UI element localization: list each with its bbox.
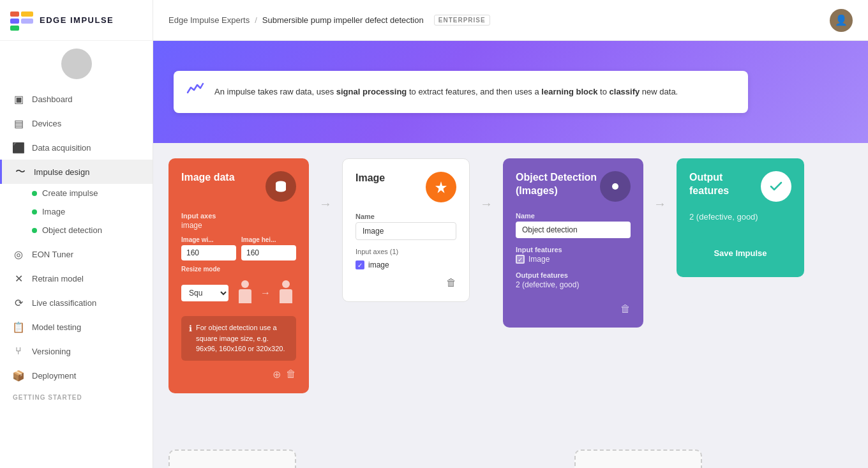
svg-marker-6 xyxy=(435,181,447,193)
od-input-features-label: Input features xyxy=(516,246,631,253)
info-box: ℹ For object detection use a square imag… xyxy=(181,316,296,361)
connector-2: → xyxy=(480,158,493,211)
add-processing-block[interactable]: + Add a processing block xyxy=(168,449,296,468)
width-field-group: Image wi... xyxy=(181,236,236,260)
image-data-block-header: Image data xyxy=(181,171,296,202)
sidebar-item-devices-label: Devices xyxy=(32,119,61,128)
add-learning-block[interactable]: + Add a learning block xyxy=(574,449,702,468)
resize-label: Resize mode xyxy=(181,266,296,273)
name-label: Name xyxy=(355,213,456,220)
od-block-footer: 🗑 xyxy=(516,296,631,315)
breadcrumb-current: Submersible pump impeller defect detecti… xyxy=(262,15,424,25)
object-detection-dot xyxy=(32,228,37,233)
banner-card: An impulse takes raw data, uses signal p… xyxy=(174,71,748,113)
od-input-features-value: Image xyxy=(528,255,550,264)
height-field-group: Image hei... xyxy=(241,236,296,260)
sidebar-item-image[interactable]: Image xyxy=(26,202,153,221)
od-checkbox[interactable]: ✓ xyxy=(516,255,525,264)
dimension-fields: Image wi... Image hei... xyxy=(181,236,296,260)
add-blocks-row: + Add a processing block + Add a learnin… xyxy=(153,449,868,468)
image-checkbox[interactable]: ✓ xyxy=(355,260,364,269)
image-block-footer: 🗑 xyxy=(355,269,456,289)
user-avatar[interactable]: 👤 xyxy=(830,9,853,32)
logo-icon xyxy=(10,9,33,32)
image-block-delete-button[interactable]: 🗑 xyxy=(446,277,456,289)
svg-rect-0 xyxy=(10,11,19,17)
resize-select[interactable]: Squ Fit Crop xyxy=(181,285,228,301)
width-input[interactable] xyxy=(181,245,236,260)
svg-rect-4 xyxy=(21,19,33,24)
sidebar: EDGE IMPULSE ▣ Dashboard ▤ Devices ⬛ Dat… xyxy=(0,0,153,468)
sidebar-more-nav: ◎ EON Tuner ✕ Retrain model ⟳ Live class… xyxy=(0,242,153,388)
output-icon xyxy=(761,171,791,202)
retrain-icon: ✕ xyxy=(13,273,24,284)
sidebar-item-deployment[interactable]: 📦 Deployment xyxy=(0,363,153,388)
model-test-icon: 📋 xyxy=(13,321,24,333)
content-area: An impulse takes raw data, uses signal p… xyxy=(153,41,868,468)
sidebar-item-image-label: Image xyxy=(42,207,65,216)
image-data-add-icon[interactable]: ⊕ xyxy=(273,368,281,381)
arrow-icon: → xyxy=(260,287,271,299)
live-class-icon: ⟳ xyxy=(13,297,24,308)
banner-text: An impulse takes raw data, uses signal p… xyxy=(214,86,678,98)
sidebar-item-dashboard[interactable]: ▣ Dashboard xyxy=(0,87,153,111)
person-after-icon xyxy=(276,280,296,306)
sidebar-item-model-label: Model testing xyxy=(32,322,81,332)
person-before-icon xyxy=(235,280,255,306)
svg-rect-2 xyxy=(10,26,19,31)
image-data-title: Image data xyxy=(181,171,235,185)
deployment-icon: 📦 xyxy=(13,370,24,381)
breadcrumb-link[interactable]: Edge Impulse Experts xyxy=(168,15,250,25)
od-output-features-label: Output features xyxy=(516,271,631,279)
header: Edge Impulse Experts / Submersible pump … xyxy=(153,0,868,41)
save-impulse-button[interactable]: Save Impulse xyxy=(689,242,791,264)
height-input[interactable] xyxy=(241,245,296,260)
image-block-icon xyxy=(426,172,456,202)
blocks-area: Image data Input axes image Image wi... xyxy=(153,143,868,449)
devices-icon: ▤ xyxy=(13,117,24,129)
sidebar-item-dashboard-label: Dashboard xyxy=(32,94,73,104)
sidebar-item-data-acquisition[interactable]: ⬛ Data acquisition xyxy=(0,135,153,160)
width-label: Image wi... xyxy=(181,236,236,243)
od-output-features-value: 2 (defective, good) xyxy=(516,280,631,289)
create-impulse-dot xyxy=(32,191,37,196)
sidebar-item-devices[interactable]: ▤ Devices xyxy=(0,111,153,135)
sidebar-item-model-testing[interactable]: 📋 Model testing xyxy=(0,315,153,339)
sidebar-item-eon-tuner[interactable]: ◎ EON Tuner xyxy=(0,242,153,266)
sidebar-item-versioning[interactable]: ⑂ Versioning xyxy=(0,339,153,363)
impulse-design-icon: 〜 xyxy=(15,166,26,177)
od-name-input[interactable] xyxy=(516,222,631,238)
breadcrumb-separator: / xyxy=(255,15,257,25)
resize-visual: → xyxy=(235,280,296,306)
sidebar-item-data-acq-label: Data acquisition xyxy=(32,143,91,153)
sidebar-item-object-detection[interactable]: Object detection xyxy=(26,221,153,239)
od-delete-button[interactable]: 🗑 xyxy=(620,303,631,315)
dashboard-icon: ▣ xyxy=(13,93,24,105)
image-data-delete-button[interactable]: 🗑 xyxy=(286,368,296,381)
getting-started-label: GETTING STARTED xyxy=(0,388,153,404)
sidebar-logo: EDGE IMPULSE xyxy=(0,0,153,41)
svg-rect-3 xyxy=(21,11,33,17)
image-data-footer: ⊕ 🗑 xyxy=(181,361,296,381)
output-title: Output features xyxy=(689,171,761,198)
info-text: For object detection use a square image … xyxy=(196,322,288,354)
sidebar-item-impulse-design[interactable]: 〜 Impulse design xyxy=(0,160,153,184)
image-data-block: Image data Input axes image Image wi... xyxy=(168,158,309,393)
banner: An impulse takes raw data, uses signal p… xyxy=(153,41,868,143)
input-axes-label: Input axes xyxy=(181,212,296,220)
image-name-input[interactable] xyxy=(355,222,456,240)
banner-icon xyxy=(186,81,204,103)
object-detection-title: Object Detection (Images) xyxy=(516,171,600,198)
output-subtitle: 2 (defective, good) xyxy=(689,212,791,222)
image-block-title: Image xyxy=(355,172,385,185)
sidebar-item-create-impulse[interactable]: Create impulse xyxy=(26,184,153,202)
sidebar-item-live-classification[interactable]: ⟳ Live classification xyxy=(0,291,153,315)
od-checkbox-row: ✓ Image xyxy=(516,255,631,264)
sidebar-nav: ▣ Dashboard ▤ Devices ⬛ Data acquisition… xyxy=(0,87,153,184)
image-data-icon xyxy=(266,171,296,202)
sidebar-item-live-label: Live classification xyxy=(32,298,96,308)
object-detection-header: Object Detection (Images) xyxy=(516,171,631,202)
object-detection-icon xyxy=(600,171,631,202)
sidebar-item-retrain-model[interactable]: ✕ Retrain model xyxy=(0,266,153,291)
sidebar-item-deploy-label: Deployment xyxy=(32,371,76,381)
